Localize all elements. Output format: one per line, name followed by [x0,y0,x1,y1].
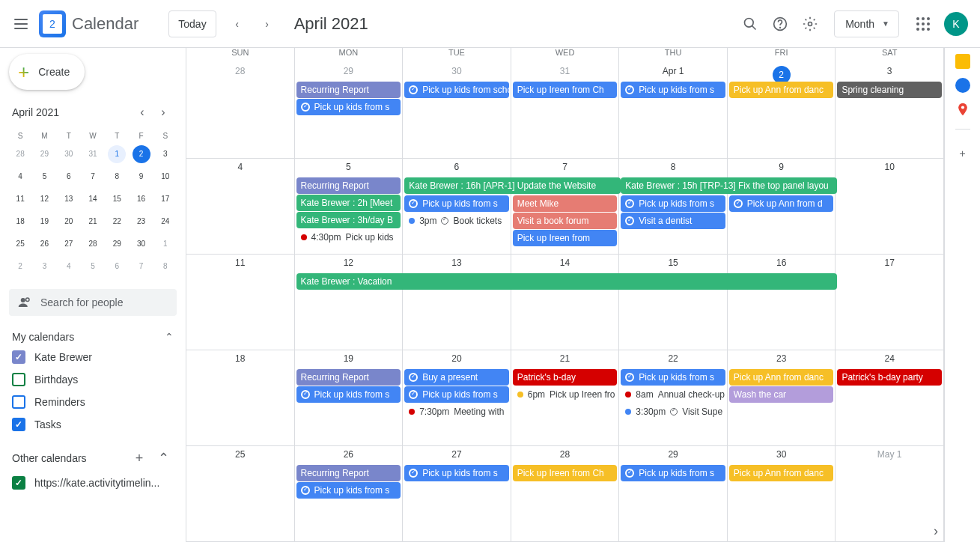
event-chip[interactable]: Visit a book forum [513,213,618,229]
day-cell[interactable]: 24Patrick's b-day party [836,350,944,445]
event-chip[interactable]: Pick up kids from s [296,482,401,499]
event-chip[interactable]: Pick up Ann from danc [729,465,834,481]
day-cell[interactable]: 14 [511,255,620,350]
day-cell[interactable]: 8Pick up kids from sVisit a dentist [619,159,728,254]
mini-day-cell[interactable]: 8 [156,258,174,275]
mini-day-cell[interactable]: 8 [108,168,126,186]
mini-day-cell[interactable]: 3 [156,145,174,163]
event-chip[interactable]: Pick up kids from s [296,386,401,403]
mini-day-cell[interactable]: 4 [11,168,29,186]
event-chip[interactable]: Pick up kids from s [404,465,509,481]
mini-prev-button[interactable]: ‹ [132,102,153,123]
calendar-item[interactable]: Reminders [9,391,177,413]
event-chip[interactable]: Pick up kids from s [621,465,725,481]
keep-icon[interactable] [955,54,970,69]
day-cell[interactable]: 25 [186,446,295,541]
day-cell[interactable]: 17 [836,255,944,350]
event-chip[interactable]: Pick up kids from s [404,386,509,403]
calendar-item[interactable]: Kate Brewer [9,346,177,368]
mini-next-button[interactable]: › [153,102,174,123]
mini-day-cell[interactable]: 12 [35,190,53,208]
mini-day-cell[interactable]: 18 [11,213,29,231]
calendar-item[interactable]: https://kate.activitytimelin... [9,472,177,494]
calendar-checkbox[interactable] [12,418,25,431]
tasks-icon[interactable] [955,78,970,93]
day-cell[interactable]: 28 [186,63,295,158]
mini-day-cell[interactable]: 7 [133,258,150,275]
mini-day-cell[interactable]: 1 [108,145,126,163]
event-chip[interactable]: Pick up Ireen from [513,230,618,246]
mini-day-cell[interactable]: 29 [35,145,53,163]
timed-event[interactable]: 4:30pmPick up kids [296,229,401,246]
event-chip[interactable]: Wash the car [729,386,834,403]
day-cell[interactable]: 23Pick up Ann from dancWash the car [728,350,836,445]
mini-day-cell[interactable]: 1 [156,235,174,253]
event-chip[interactable]: Recurring Report [296,369,401,386]
event-chip[interactable]: Pick up kids from s [621,195,725,212]
mini-day-cell[interactable]: 3 [35,258,53,275]
day-cell[interactable]: 5Recurring ReportKate Brewer : 2h [MeetK… [295,159,404,254]
event-chip[interactable]: Pick up kids from s [621,82,725,98]
mini-day-cell[interactable]: 17 [156,190,174,208]
next-period-button[interactable]: › [252,9,282,39]
event-chip[interactable]: Recurring Report [296,82,401,98]
my-calendars-toggle[interactable]: My calendars ⌃ [9,328,177,346]
mini-day-cell[interactable]: 11 [11,190,29,208]
app-logo[interactable]: 2 Calendar [39,10,139,37]
day-cell[interactable]: 2Pick up Ann from danc [728,63,836,158]
timed-event[interactable]: 6pmPick up Ireen fro [513,386,618,403]
mini-day-cell[interactable]: 22 [108,213,126,231]
day-cell[interactable]: 15 [619,255,728,350]
mini-day-cell[interactable]: 30 [60,145,78,163]
event-chip[interactable]: Pick up kids from s [296,99,401,115]
mini-day-cell[interactable]: 16 [133,190,150,208]
calendar-item[interactable]: Birthdays [9,368,177,391]
collapse-other-button[interactable]: ⌃ [153,448,174,469]
other-calendars-toggle[interactable]: Other calendars + ⌃ [9,445,177,472]
day-cell[interactable]: 12 [295,255,404,350]
add-calendar-button[interactable]: + [129,448,150,469]
calendar-item[interactable]: Tasks [9,413,177,436]
day-cell[interactable]: 16 [728,255,836,350]
mini-day-cell[interactable]: 14 [84,190,102,208]
event-chip[interactable]: Pick up Ann from danc [729,82,834,98]
mini-day-cell[interactable]: 29 [108,235,126,253]
day-cell[interactable]: 29Pick up kids from s [619,446,728,541]
next-period-arrow[interactable]: › [934,523,938,539]
mini-day-cell[interactable]: 30 [133,235,150,253]
mini-day-cell[interactable]: 2 [11,258,29,275]
event-chip[interactable]: Patrick's b-day party [837,369,942,386]
support-button[interactable] [765,9,795,39]
day-cell[interactable]: 3Spring cleaning [836,63,944,158]
day-cell[interactable]: 4 [186,159,295,254]
event-chip[interactable]: Meet Mike [513,195,618,212]
event-chip[interactable]: Visit a dentist [621,213,725,229]
mini-day-cell[interactable]: 31 [84,145,102,163]
mini-day-cell[interactable]: 21 [84,213,102,231]
day-cell[interactable]: 18 [186,350,295,445]
multi-day-event[interactable]: Kate Brewer : 16h [APR-1] Update the Web… [404,177,621,194]
mini-day-cell[interactable]: 24 [156,213,174,231]
mini-day-cell[interactable]: 23 [133,213,150,231]
multi-day-event[interactable]: Kate Brewer : 15h [TRP-13] Fix the top p… [621,177,837,194]
day-cell[interactable]: 30Pick up Ann from danc [728,446,836,541]
day-cell[interactable]: 29Recurring ReportPick up kids from s [295,63,404,158]
mini-day-cell[interactable]: 28 [84,235,102,253]
search-button[interactable] [735,9,765,39]
settings-button[interactable] [795,9,825,39]
event-chip[interactable]: Spring cleaning [837,82,942,98]
calendar-checkbox[interactable] [12,373,25,386]
google-apps-button[interactable] [908,9,938,39]
day-cell[interactable]: Apr 1Pick up kids from s [619,63,728,158]
calendar-checkbox[interactable] [12,476,25,490]
day-cell[interactable]: May 1 [836,446,944,541]
maps-icon[interactable] [955,102,970,117]
event-chip[interactable]: Kate Brewer : 3h/day B [296,212,401,228]
day-cell[interactable]: 22Pick up kids from s8amAnnual check-up3… [619,350,728,445]
day-cell[interactable]: 6Pick up kids from s3pmBook tickets [403,159,511,254]
account-avatar[interactable]: K [944,12,968,36]
mini-day-cell[interactable]: 20 [60,213,78,231]
mini-day-cell[interactable]: 6 [60,168,78,186]
mini-day-cell[interactable]: 5 [84,258,102,275]
mini-day-cell[interactable]: 26 [35,235,53,253]
